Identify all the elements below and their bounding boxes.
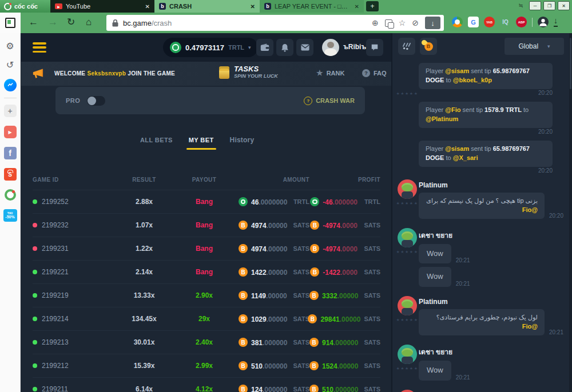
chat-user-message: ★★★★★ เดชา ขยาย Wow 20:21 Wow 20:21 — [396, 228, 563, 291]
table-row[interactable]: 2199211 6.14x 4.12x B124.000000SATS B510… — [33, 377, 380, 392]
btc-coin-icon: B — [239, 361, 248, 370]
tab-title: LEAP YEAR EVENT - □Event - □ — [275, 3, 349, 10]
user-avatar[interactable] — [398, 345, 417, 364]
mention[interactable]: @X_sari — [453, 154, 478, 161]
btc-coin-icon: B — [309, 361, 319, 370]
settings-gear-icon[interactable]: ⚙ — [6, 41, 14, 51]
chat-messages[interactable]: ★★★★★ Player @sisam sent tip 65.98769767… — [392, 59, 569, 392]
mention[interactable]: @Fio — [522, 323, 538, 330]
mention[interactable]: @Fio — [445, 106, 460, 113]
abp-extension-icon[interactable]: ABP — [516, 17, 527, 27]
message-time: 20:21 — [549, 329, 563, 335]
message-bubble: Wow — [419, 267, 451, 287]
notifications-bell-button[interactable] — [276, 39, 293, 56]
mention[interactable]: @Fio — [522, 206, 538, 213]
chat-tip-message: Player @Fio sent tip 1578.9 TRTL to @Pla… — [396, 102, 563, 135]
add-shortcut-button[interactable]: + — [4, 105, 17, 117]
wallet-button[interactable] — [256, 39, 273, 56]
facebook-shortcut-icon[interactable]: f — [4, 147, 17, 159]
table-row[interactable]: 2199221 2.14x Bang B1422.00000SATS B-142… — [33, 260, 380, 283]
mention[interactable]: @sisam — [445, 67, 469, 74]
chat-toggle-button[interactable] — [366, 39, 383, 56]
crash-war-link[interactable]: ? CRASH WAR — [304, 97, 355, 105]
user-avatar[interactable] — [398, 390, 417, 392]
user-avatar[interactable] — [398, 179, 417, 199]
tab-close-icon[interactable]: ✕ — [145, 3, 150, 10]
coin-drop-button[interactable]: B — [420, 38, 437, 55]
tiki-shortcut-icon[interactable]: TIKI -50% — [3, 209, 17, 222]
yab-extension-icon[interactable]: YAB — [484, 17, 495, 27]
table-row[interactable]: 2199213 30.01x 2.40x B381.000000SATS B91… — [33, 330, 380, 354]
chat-header: B Global ▾ — [392, 33, 572, 59]
chat-username[interactable]: เดชา ขยาย — [419, 230, 563, 241]
new-tab-button[interactable]: + — [366, 1, 379, 11]
user-avatar[interactable] — [398, 296, 417, 315]
sidebar-toggle-icon[interactable] — [5, 18, 15, 28]
user-avatar[interactable] — [322, 39, 339, 56]
tab-my-bet[interactable]: MY BET — [189, 137, 214, 143]
address-bar[interactable]: bc.game/crash ⊕ ☆ ⊘ ↓ — [106, 15, 444, 31]
table-row[interactable]: 2199212 15.39x 2.99x B510.000000SATS B15… — [33, 354, 380, 377]
idm-extension-icon[interactable] — [452, 17, 463, 27]
chat-username[interactable]: เดชา ขยาย — [419, 346, 563, 357]
tasks-link[interactable]: TASKS SPIN YOUR LUCK — [219, 65, 278, 79]
tab-youtube[interactable]: ▶ YouTube ✕ — [50, 0, 154, 13]
downloads-tray-icon[interactable]: ↓ — [554, 17, 558, 27]
tab-all-bets[interactable]: ALL BETS — [140, 137, 173, 143]
forward-button[interactable]: → — [48, 15, 58, 29]
level-stars: ★★★★★ — [396, 366, 419, 371]
profile-icon[interactable] — [538, 17, 549, 27]
youtube-shortcut-icon[interactable]: ▶ — [4, 126, 17, 138]
messenger-icon[interactable] — [4, 79, 17, 91]
minimize-button[interactable]: ─ — [529, 1, 541, 10]
table-row[interactable]: 2199219 13.33x 2.90x B1149.00000SATS B33… — [33, 283, 380, 307]
coccoc-brand[interactable]: cốc cốc — [0, 0, 50, 13]
translate-extension-icon[interactable]: G — [468, 17, 479, 27]
tab-snap-icon[interactable]: ≒ — [519, 2, 523, 9]
faq-link[interactable]: ? FAQ — [362, 69, 387, 77]
message-time: 20:20 — [419, 167, 553, 174]
iq-extension-icon[interactable]: IQ — [500, 17, 511, 27]
zoom-page-icon[interactable]: ⊕ — [372, 18, 379, 27]
pro-toggle[interactable] — [87, 96, 105, 106]
coccoc-shortcut-icon[interactable] — [5, 189, 16, 201]
chat-username[interactable]: Platinum — [419, 181, 563, 189]
chevron-down-icon: ▾ — [248, 45, 251, 50]
balance-selector[interactable]: 0.47973117 TRTL ▾ — [163, 38, 258, 57]
translate-page-icon[interactable] — [385, 19, 392, 27]
mention[interactable]: @bkoeL_k0p — [453, 77, 492, 83]
mention[interactable]: @sisam — [445, 145, 469, 152]
hamburger-menu-icon[interactable] — [33, 42, 46, 53]
table-row[interactable]: 2199232 1.07x Bang B4974.00000SATS B-497… — [33, 213, 380, 237]
tab-leap-year-event[interactable]: b LEAP YEAR EVENT - □Event - □ ✕ — [260, 0, 364, 13]
mention[interactable]: @Platinum — [426, 115, 458, 122]
close-button[interactable]: ✕ — [558, 1, 570, 10]
bookmark-star-icon[interactable]: ☆ — [399, 18, 406, 27]
rain-button[interactable] — [398, 38, 415, 55]
tab-close-icon[interactable]: ✕ — [251, 3, 255, 10]
chat-username[interactable]: Platinum — [419, 298, 563, 306]
tab-crash[interactable]: b CRASH ✕ — [154, 0, 260, 13]
messages-mail-button[interactable] — [296, 39, 313, 56]
user-avatar[interactable] — [398, 228, 417, 247]
chat-scrollbar[interactable] — [569, 33, 572, 392]
rank-link[interactable]: ★ RANK — [316, 69, 344, 77]
reload-button[interactable]: ↻ — [67, 15, 75, 29]
history-icon[interactable]: ↺ — [6, 60, 14, 70]
welcome-username: Seksbsnxvpb — [87, 70, 126, 77]
trtl-coin-icon — [170, 42, 181, 53]
adblock-shield-icon[interactable]: ⊘ — [412, 18, 419, 27]
back-button[interactable]: ← — [29, 15, 38, 29]
btc-coin-icon: B — [310, 244, 319, 253]
shopee-shortcut-icon[interactable]: S — [4, 168, 17, 181]
table-row[interactable]: 2199214 134.45x 29x B1029.00000SATS B298… — [33, 307, 380, 330]
tab-close-icon[interactable]: ✕ — [355, 3, 359, 10]
maximize-button[interactable]: ❐ — [543, 1, 555, 10]
download-page-button[interactable]: ↓ — [425, 17, 440, 29]
tab-history[interactable]: History — [230, 136, 255, 144]
table-row[interactable]: 2199231 1.22x Bang B4974.00000SATS B-497… — [33, 237, 380, 260]
btc-coin-icon: B — [308, 314, 317, 323]
table-row[interactable]: 2199252 2.88x Bang 46.0000000TRTL -46.00… — [33, 190, 380, 213]
home-button[interactable]: ⌂ — [86, 15, 92, 29]
chat-channel-select[interactable]: Global ▾ — [505, 38, 564, 55]
